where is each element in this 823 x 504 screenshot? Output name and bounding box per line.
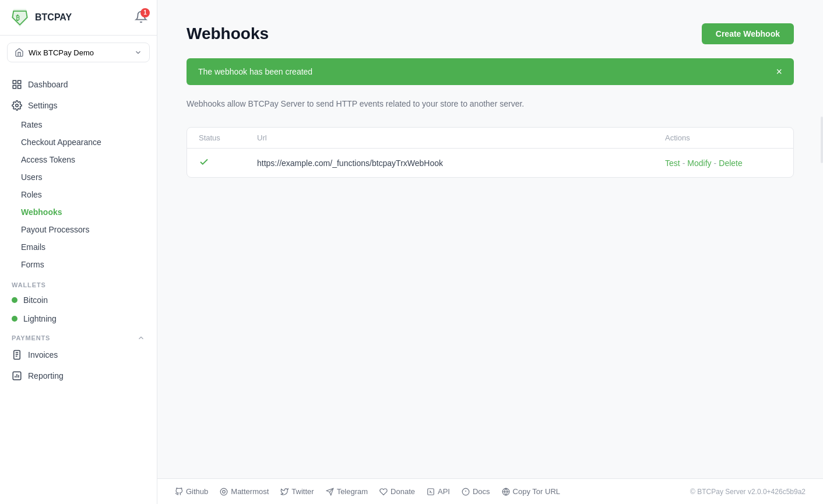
payments-section-header: PAYMENTS — [0, 328, 157, 344]
col-url: Url — [257, 133, 665, 142]
app-name: BTCPAY — [35, 12, 72, 23]
page-title: Webhooks — [187, 24, 269, 43]
docs-label: Docs — [473, 487, 490, 496]
lightning-status-dot — [12, 316, 17, 322]
table-row: https://example.com/_functions/btcpayTrx… — [187, 149, 793, 177]
reporting-label: Reporting — [28, 371, 64, 380]
lightning-label: Lightning — [23, 314, 57, 323]
sidebar-item-bitcoin[interactable]: Bitcoin — [0, 291, 157, 309]
api-label: API — [438, 487, 450, 496]
telegram-label: Telegram — [337, 487, 368, 496]
donate-icon — [379, 488, 388, 496]
btcpay-logo: ₿ — [9, 7, 30, 28]
bitcoin-status-dot — [12, 297, 17, 303]
chevron-up-icon[interactable] — [137, 334, 145, 342]
store-name: Wix BTCPay Demo — [29, 48, 129, 57]
content-area: Webhooks Create Webhook The webhook has … — [157, 0, 823, 478]
tor-icon — [502, 488, 510, 496]
api-icon — [427, 488, 435, 496]
bitcoin-label: Bitcoin — [23, 295, 48, 305]
footer-mattermost[interactable]: Mattermost — [220, 487, 269, 496]
settings-label: Settings — [28, 101, 58, 110]
sidebar-item-roles[interactable]: Roles — [0, 186, 157, 203]
twitter-icon — [280, 488, 289, 496]
separator-1: - — [683, 158, 685, 168]
alert-close-button[interactable]: × — [776, 66, 782, 77]
svg-rect-2 — [13, 80, 16, 83]
docs-icon — [462, 488, 470, 496]
sidebar-item-rates[interactable]: Rates — [0, 116, 157, 133]
webhooks-table: Status Url Actions https://example.com/_… — [187, 127, 794, 178]
store-selector[interactable]: Wix BTCPay Demo — [7, 43, 150, 62]
footer-copy-tor-url[interactable]: Copy Tor URL — [502, 487, 560, 496]
footer-docs[interactable]: Docs — [462, 487, 490, 496]
invoices-icon — [12, 350, 22, 360]
notification-badge: 1 — [140, 8, 150, 17]
footer-github[interactable]: Github — [175, 487, 208, 496]
svg-point-16 — [223, 490, 226, 493]
sidebar-item-emails[interactable]: Emails — [0, 238, 157, 256]
alert-message: The webhook has been created — [198, 67, 312, 76]
sidebar-item-dashboard[interactable]: Dashboard — [0, 74, 157, 95]
reporting-icon — [12, 371, 22, 381]
sidebar-item-settings[interactable]: Settings — [0, 95, 157, 116]
footer-twitter[interactable]: Twitter — [280, 487, 314, 496]
logo-area: ₿ BTCPAY — [9, 7, 72, 28]
notification-bell[interactable]: 1 — [135, 10, 147, 25]
status-check — [199, 157, 257, 169]
sidebar-item-reporting[interactable]: Reporting — [0, 365, 157, 386]
sidebar-item-users[interactable]: Users — [0, 168, 157, 186]
github-label: Github — [186, 487, 208, 496]
svg-text:₿: ₿ — [16, 14, 20, 22]
dashboard-label: Dashboard — [28, 80, 68, 89]
create-webhook-button[interactable]: Create Webhook — [702, 23, 794, 44]
sidebar-nav: Dashboard Settings Rates Checkout Appear… — [0, 69, 157, 504]
sidebar-header: ₿ BTCPAY 1 — [0, 0, 157, 36]
page-description: Webhooks allow BTCPay Server to send HTT… — [187, 99, 794, 108]
settings-icon — [12, 100, 22, 111]
check-icon — [199, 157, 209, 167]
modify-link[interactable]: Modify — [687, 158, 711, 168]
separator-2: - — [714, 158, 717, 168]
mattermost-label: Mattermost — [231, 487, 269, 496]
invoices-label: Invoices — [28, 350, 58, 360]
footer-telegram[interactable]: Telegram — [326, 487, 368, 496]
copy-tor-url-label: Copy Tor URL — [513, 487, 560, 496]
col-status: Status — [199, 133, 257, 142]
svg-point-6 — [16, 104, 19, 107]
success-alert: The webhook has been created × — [187, 58, 794, 85]
sidebar-item-lightning[interactable]: Lightning — [0, 309, 157, 328]
test-link[interactable]: Test — [665, 158, 680, 168]
sidebar-item-access-tokens[interactable]: Access Tokens — [0, 151, 157, 168]
twitter-label: Twitter — [291, 487, 314, 496]
sidebar-item-forms[interactable]: Forms — [0, 256, 157, 273]
copyright: © BTCPay Server v2.0.0+426c5b9a2 — [690, 488, 806, 496]
footer-api[interactable]: API — [427, 487, 450, 496]
footer-donate[interactable]: Donate — [379, 487, 415, 496]
table-header: Status Url Actions — [187, 128, 793, 149]
svg-point-15 — [220, 488, 227, 495]
donate-label: Donate — [391, 487, 415, 496]
telegram-icon — [326, 488, 334, 496]
sidebar-item-payout-processors[interactable]: Payout Processors — [0, 221, 157, 238]
wallets-section-label: WALLETS — [0, 273, 157, 291]
col-actions: Actions — [665, 133, 782, 142]
page-header: Webhooks Create Webhook — [187, 23, 794, 44]
payments-section-label: PAYMENTS — [12, 334, 50, 341]
sidebar: ₿ BTCPAY 1 Wix BTCPay Demo — [0, 0, 157, 504]
mattermost-icon — [220, 488, 228, 496]
main-content: Webhooks Create Webhook The webhook has … — [157, 0, 823, 504]
footer: Github Mattermost Twitter Telegram — [157, 478, 823, 504]
actions-cell: Test - Modify - Delete — [665, 158, 782, 168]
webhook-url: https://example.com/_functions/btcpayTrx… — [257, 158, 665, 168]
github-icon — [175, 488, 183, 496]
svg-rect-3 — [18, 80, 21, 83]
sidebar-item-checkout-appearance[interactable]: Checkout Appearance — [0, 133, 157, 151]
svg-rect-5 — [13, 86, 16, 89]
chevron-down-icon — [134, 48, 142, 57]
dashboard-icon — [12, 79, 22, 90]
sidebar-item-webhooks[interactable]: Webhooks — [0, 203, 157, 221]
sidebar-item-invoices[interactable]: Invoices — [0, 344, 157, 365]
delete-link[interactable]: Delete — [719, 158, 742, 168]
svg-rect-4 — [18, 86, 21, 89]
